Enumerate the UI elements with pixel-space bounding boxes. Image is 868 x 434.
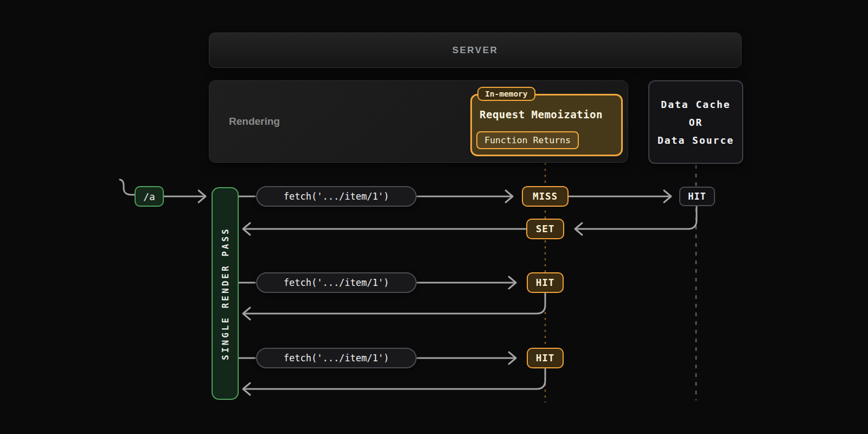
route-entry-hook	[120, 180, 134, 195]
set-badge: SET	[526, 219, 564, 239]
single-render-pass-bar: SINGLE RENDER PASS	[212, 187, 239, 400]
route-label: /a	[143, 191, 155, 202]
server-header: SERVER	[209, 33, 742, 68]
function-returns-button: Function Returns	[476, 131, 579, 149]
request-memoization-box: In-memory Request Memoization Function R…	[470, 94, 623, 156]
memo-hit-badge-row2: HIT	[527, 272, 564, 293]
rendering-label: Rendering	[229, 116, 280, 127]
row2-return-line	[244, 293, 545, 314]
fetch-pill-row3: fetch('.../item/1')	[256, 348, 417, 368]
request-memoization-title: Request Memoization	[480, 108, 603, 120]
cache-hit-badge: HIT	[679, 187, 715, 206]
fetch-pill-row1: fetch('.../item/1')	[256, 186, 417, 207]
single-render-pass-label: SINGLE RENDER PASS	[220, 227, 231, 360]
data-cache-line1: Data Cache	[661, 95, 730, 113]
request-memoization-diagram: SERVER Rendering In-memory Request Memoi…	[0, 0, 868, 434]
data-cache-line3: Data Source	[658, 131, 734, 149]
fetch-pill-row2: fetch('.../item/1')	[256, 272, 417, 293]
cache-hit-to-set-line	[576, 206, 697, 229]
memo-hit-badge-row3: HIT	[527, 348, 564, 368]
row3-return-line	[244, 369, 545, 389]
in-memory-badge: In-memory	[477, 87, 535, 101]
data-cache-line2: OR	[689, 113, 703, 131]
miss-badge: MISS	[522, 186, 569, 207]
server-label: SERVER	[452, 45, 499, 56]
data-cache-box: Data Cache OR Data Source	[648, 80, 743, 164]
route-badge: /a	[135, 186, 164, 207]
